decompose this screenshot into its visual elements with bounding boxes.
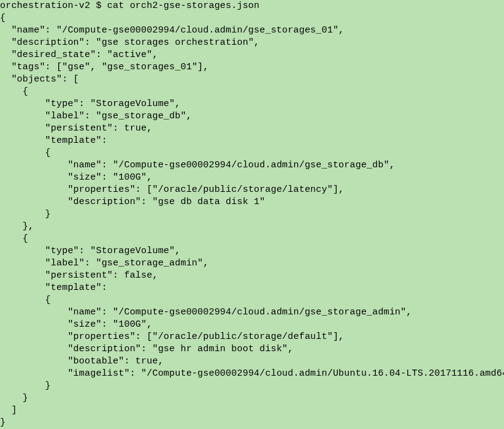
terminal-output[interactable]: orchestration-v2 $ cat orch2-gse-storage… (0, 0, 504, 429)
shell-command: cat orch2-gse-storages.json (107, 1, 259, 11)
json-output: { "name": "/Compute-gse00002994/cloud.ad… (0, 13, 504, 428)
shell-prompt: orchestration-v2 $ (0, 1, 107, 11)
